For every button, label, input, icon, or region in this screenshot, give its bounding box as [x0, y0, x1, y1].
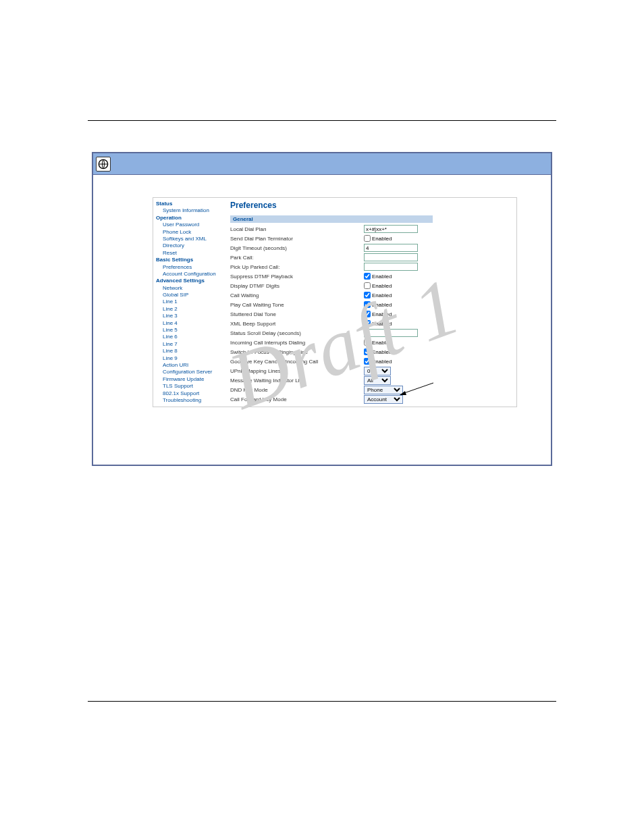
nav-globalsip[interactable]: Global SIP	[156, 292, 225, 298]
nav-line4[interactable]: Line 4	[156, 320, 225, 327]
lbl-pickup: Pick Up Parked Call:	[230, 264, 364, 270]
nav-head-advanced: Advanced Settings	[156, 278, 225, 284]
nav-line2[interactable]: Line 2	[156, 306, 225, 313]
svg-line-1	[402, 383, 433, 394]
cb-xmlbeep[interactable]	[364, 320, 371, 327]
nav-sidebar: Status System Information Operation User…	[153, 198, 225, 407]
cb-xmlbeep-text: Enabled	[372, 321, 392, 327]
nav-prefs[interactable]: Preferences	[156, 264, 225, 271]
cb-goodbye-text: Enabled	[372, 359, 392, 365]
nav-acct[interactable]: Account Configuration	[156, 271, 225, 278]
nav-actionuri[interactable]: Action URI	[156, 362, 225, 369]
lbl-dndmode: DND Key Mode	[230, 387, 364, 393]
cb-playcwt-text: Enabled	[372, 302, 392, 308]
cb-callwait-text: Enabled	[372, 292, 392, 298]
section-general: General	[230, 215, 433, 223]
nav-line1[interactable]: Line 1	[156, 298, 225, 305]
nav-userpw[interactable]: User Password	[156, 221, 225, 228]
lbl-park: Park Call:	[230, 255, 364, 261]
page-title: Preferences	[230, 201, 511, 210]
cb-switchui[interactable]	[364, 348, 371, 355]
cb-supdtmf-text: Enabled	[372, 273, 392, 280]
lbl-switchui: Switch UI Focus To Ringing Line	[230, 349, 364, 355]
nav-head-status: Status	[156, 201, 225, 207]
banner-bar	[93, 153, 551, 175]
cb-dispdtmf-text: Enabled	[372, 283, 392, 289]
nav-cfgserver[interactable]: Configuration Server	[156, 369, 225, 375]
cb-supdtmf[interactable]	[364, 273, 371, 280]
nav-network[interactable]: Network	[156, 285, 225, 292]
nav-line9[interactable]: Line 9	[156, 355, 225, 362]
browser-frame: Status System Information Operation User…	[92, 152, 552, 466]
config-panel: Status System Information Operation User…	[153, 197, 517, 407]
nav-line6[interactable]: Line 6	[156, 334, 225, 340]
nav-sysinfo[interactable]: System Information	[156, 207, 225, 214]
input-digitto[interactable]	[364, 244, 418, 252]
page-bottom-rule	[88, 701, 556, 702]
cb-stutter[interactable]	[364, 311, 371, 317]
cb-senddpt[interactable]	[364, 235, 371, 242]
nav-directory[interactable]: Directory	[156, 242, 225, 249]
lbl-digitto: Digit Timeout (seconds)	[230, 245, 364, 251]
cb-stutter-text: Enabled	[372, 311, 392, 317]
cb-incint-text: Enabled	[372, 340, 392, 346]
lbl-localdial: Local Dial Plan	[230, 226, 364, 232]
globe-icon	[96, 157, 111, 172]
nav-line7[interactable]: Line 7	[156, 341, 225, 348]
lbl-dispdtmf: Display DTMF Digits	[230, 283, 364, 289]
cb-callwait[interactable]	[364, 292, 371, 298]
sel-cfwdmode[interactable]: Account	[364, 395, 403, 404]
lbl-cfwdmode: Call Forward Key Mode	[230, 396, 364, 402]
lbl-stutter: Stuttered Dial Tone	[230, 311, 364, 317]
callout-arrow-icon	[398, 382, 435, 398]
nav-phonelock[interactable]: Phone Lock	[156, 229, 225, 236]
cb-goodbye[interactable]	[364, 358, 371, 365]
input-scrolld[interactable]	[364, 329, 418, 337]
sel-dndmode[interactable]: Phone	[364, 386, 403, 394]
page-top-rule	[88, 120, 556, 121]
nav-softkeys[interactable]: Softkeys and XML	[156, 236, 225, 242]
lbl-goodbye: Goodbye Key Cancels Incoming Call	[230, 359, 364, 365]
lbl-supdtmf: Suppress DTMF Playback	[230, 273, 364, 280]
sel-mwi[interactable]: All	[364, 376, 391, 385]
input-pickup[interactable]	[364, 263, 418, 271]
sel-upnp[interactable]: 0	[364, 367, 391, 375]
cb-incint[interactable]	[364, 339, 371, 346]
cb-switchui-text: Enabled	[372, 349, 392, 355]
cb-senddpt-text: Enabled	[372, 236, 392, 242]
nav-trouble[interactable]: Troubleshooting	[156, 397, 225, 404]
nav-line5[interactable]: Line 5	[156, 327, 225, 334]
cb-playcwt[interactable]	[364, 301, 371, 308]
nav-dot1x[interactable]: 802.1x Support	[156, 390, 225, 397]
lbl-senddpt: Send Dial Plan Terminator	[230, 236, 364, 242]
lbl-upnp: UPnP Mapping Lines	[230, 368, 364, 374]
lbl-callwait: Call Waiting	[230, 292, 364, 298]
lbl-incint: Incoming Call Interrupts Dialing	[230, 340, 364, 346]
nav-head-operation: Operation	[156, 215, 225, 221]
nav-head-basic: Basic Settings	[156, 257, 225, 263]
nav-fw[interactable]: Firmware Update	[156, 376, 225, 383]
nav-tls[interactable]: TLS Support	[156, 383, 225, 390]
nav-reset[interactable]: Reset	[156, 250, 225, 257]
lbl-xmlbeep: XML Beep Support	[230, 321, 364, 327]
lbl-scrolld: Status Scroll Delay (seconds)	[230, 330, 364, 336]
nav-line3[interactable]: Line 3	[156, 313, 225, 319]
cb-dispdtmf[interactable]	[364, 282, 371, 289]
lbl-mwi: Message Waiting Indicator Line	[230, 377, 364, 384]
svg-marker-2	[400, 391, 406, 395]
input-park[interactable]	[364, 253, 418, 261]
input-localdial[interactable]	[364, 225, 418, 233]
lbl-playcwt: Play Call Waiting Tone	[230, 302, 364, 308]
nav-line8[interactable]: Line 8	[156, 348, 225, 355]
content-area: Preferences General Local Dial Plan Send…	[225, 198, 516, 407]
